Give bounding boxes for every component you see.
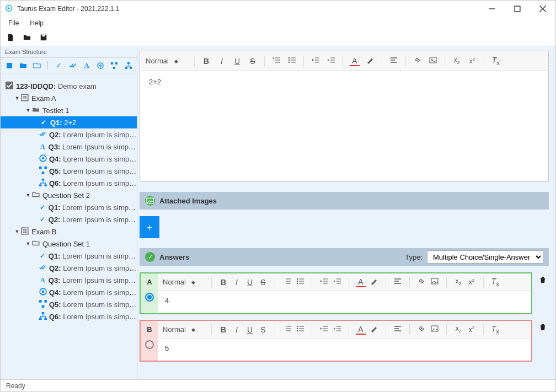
- tree-root[interactable]: 123-IDDQD: Demo exam: [1, 80, 137, 92]
- new-file-icon[interactable]: [6, 33, 15, 42]
- superscript-icon[interactable]: x2: [467, 57, 477, 65]
- highlight-icon[interactable]: [369, 325, 379, 334]
- tree-qs2-q1[interactable]: ✓ Q1: Lorem Ipsum is simply dummy: [1, 201, 137, 213]
- ol-icon[interactable]: [282, 325, 292, 334]
- letter-a-icon[interactable]: A: [83, 61, 91, 70]
- clear-format-icon[interactable]: Tx: [490, 277, 500, 287]
- tree-qset-2[interactable]: ▼ Question Set 2: [1, 189, 137, 201]
- clear-format-icon[interactable]: Tx: [490, 324, 500, 335]
- indent-icon[interactable]: [332, 325, 342, 334]
- ul-icon[interactable]: [295, 325, 305, 334]
- indent-icon[interactable]: [332, 277, 342, 287]
- target-icon[interactable]: [97, 61, 105, 70]
- style-dropdown[interactable]: Normal◆: [146, 57, 188, 65]
- outdent-icon[interactable]: [319, 277, 329, 287]
- collapse-icon[interactable]: ▼: [25, 241, 31, 246]
- tree-b-qset-1[interactable]: ▼ Question Set 1: [1, 238, 137, 250]
- link-icon[interactable]: [416, 325, 426, 334]
- ol-icon[interactable]: [282, 277, 292, 287]
- tree-q3[interactable]: A Q3: Lorem Ipsum is simply dummy: [1, 141, 137, 153]
- tree-exam-b[interactable]: ▼ Exam B: [1, 225, 137, 238]
- ul-icon[interactable]: [287, 56, 297, 66]
- collapse-icon[interactable]: ▼: [25, 192, 31, 198]
- menu-file[interactable]: File: [4, 18, 23, 28]
- italic-icon[interactable]: I: [217, 57, 227, 66]
- tree-b-q2[interactable]: Q2: Lorem Ipsum is simply dummy: [1, 262, 137, 274]
- check-icon[interactable]: ✓: [55, 61, 63, 70]
- minimize-button[interactable]: [479, 1, 505, 17]
- text-color-icon[interactable]: A: [356, 325, 366, 335]
- folder-outline-icon[interactable]: [33, 61, 41, 70]
- tree-qs2-q2[interactable]: ✓ Q2: Lorem Ipsum is simply dummy: [1, 213, 137, 225]
- tree-q1[interactable]: ✓ Q1: 2+2: [1, 116, 137, 128]
- tree-b-q6[interactable]: Q6: Lorem Ipsum is simply dummy: [1, 310, 137, 323]
- tree-b-q1[interactable]: ✓Q1: Lorem Ipsum is simply dummy: [1, 250, 137, 262]
- tree-q2[interactable]: Q2: Lorem Ipsum is simply dummy: [1, 128, 137, 141]
- close-button[interactable]: [530, 1, 555, 17]
- indent-icon[interactable]: [326, 56, 336, 66]
- align-icon[interactable]: [393, 277, 403, 287]
- collapse-icon[interactable]: ▼: [25, 108, 31, 113]
- subscript-icon[interactable]: x2: [452, 56, 462, 65]
- folder-solid-icon[interactable]: [19, 61, 27, 70]
- answer-type-select[interactable]: Multiple Choice/Single-Answer: [427, 250, 543, 264]
- underline-icon[interactable]: U: [245, 325, 255, 334]
- double-check-icon[interactable]: [68, 61, 77, 70]
- nodes-icon[interactable]: [110, 61, 119, 70]
- menu-help[interactable]: Help: [25, 18, 48, 28]
- strike-icon[interactable]: S: [248, 57, 258, 66]
- highlight-icon[interactable]: [365, 56, 375, 66]
- tree-icon[interactable]: [124, 61, 132, 70]
- correct-answer-radio[interactable]: [145, 340, 154, 349]
- style-dropdown[interactable]: Normal◆: [163, 325, 205, 334]
- tree-b-q5[interactable]: Q5: Lorem Ipsum is simply dummy: [1, 298, 137, 310]
- maximize-button[interactable]: [505, 1, 530, 17]
- tree-b-q3[interactable]: AQ3: Lorem Ipsum is simply dummy: [1, 274, 137, 286]
- superscript-icon[interactable]: x2: [467, 278, 477, 286]
- tree-testlet-1[interactable]: ▼ Testlet 1: [1, 104, 137, 116]
- open-folder-icon[interactable]: [23, 33, 31, 42]
- italic-icon[interactable]: I: [232, 325, 242, 334]
- text-color-icon[interactable]: A: [356, 277, 366, 287]
- clear-format-icon[interactable]: Tx: [491, 56, 501, 66]
- tree-q6[interactable]: Q6: Lorem Ipsum is simply dummy: [1, 177, 137, 189]
- question-text-area[interactable]: 2+2: [140, 71, 548, 181]
- bold-icon[interactable]: B: [218, 325, 228, 334]
- add-image-button[interactable]: ＋: [140, 216, 159, 238]
- subscript-icon[interactable]: x2: [453, 277, 463, 286]
- link-icon[interactable]: [413, 56, 423, 66]
- tree-q5[interactable]: Q5: Lorem Ipsum is simply dummy: [1, 165, 137, 177]
- correct-answer-radio[interactable]: [145, 293, 154, 302]
- bold-icon[interactable]: B: [218, 278, 228, 287]
- strike-icon[interactable]: S: [258, 278, 268, 287]
- align-icon[interactable]: [393, 325, 403, 334]
- exam-icon[interactable]: [5, 61, 13, 70]
- underline-icon[interactable]: U: [245, 278, 255, 287]
- save-icon[interactable]: [39, 33, 48, 42]
- ol-icon[interactable]: 1: [271, 56, 281, 66]
- highlight-icon[interactable]: [369, 277, 379, 287]
- tree-exam-a[interactable]: ▼ Exam A: [1, 92, 137, 104]
- text-color-icon[interactable]: A: [350, 56, 360, 66]
- outdent-icon[interactable]: [319, 325, 329, 334]
- strike-icon[interactable]: S: [258, 325, 268, 334]
- ul-icon[interactable]: [295, 277, 305, 287]
- style-dropdown[interactable]: Normal◆: [163, 278, 205, 286]
- collapse-icon[interactable]: ▼: [14, 229, 20, 234]
- superscript-icon[interactable]: x2: [467, 325, 477, 334]
- align-icon[interactable]: [389, 56, 399, 66]
- answer-a-text[interactable]: 4: [158, 291, 531, 313]
- delete-answer-icon[interactable]: [539, 276, 547, 285]
- image-icon[interactable]: [430, 277, 440, 287]
- image-icon[interactable]: [430, 325, 440, 334]
- outdent-icon[interactable]: [311, 56, 320, 66]
- tree-b-q4[interactable]: Q4: Lorem Ipsum is simply dummy: [1, 286, 137, 298]
- collapse-icon[interactable]: ▼: [14, 95, 20, 101]
- tree-q4[interactable]: Q4: Lorem Ipsum is simply dummy: [1, 153, 137, 165]
- answer-b-text[interactable]: 5: [158, 339, 531, 361]
- delete-answer-icon[interactable]: [539, 323, 547, 332]
- link-icon[interactable]: [416, 277, 426, 287]
- bold-icon[interactable]: B: [201, 57, 211, 66]
- image-icon[interactable]: [428, 56, 438, 66]
- subscript-icon[interactable]: x2: [453, 325, 463, 334]
